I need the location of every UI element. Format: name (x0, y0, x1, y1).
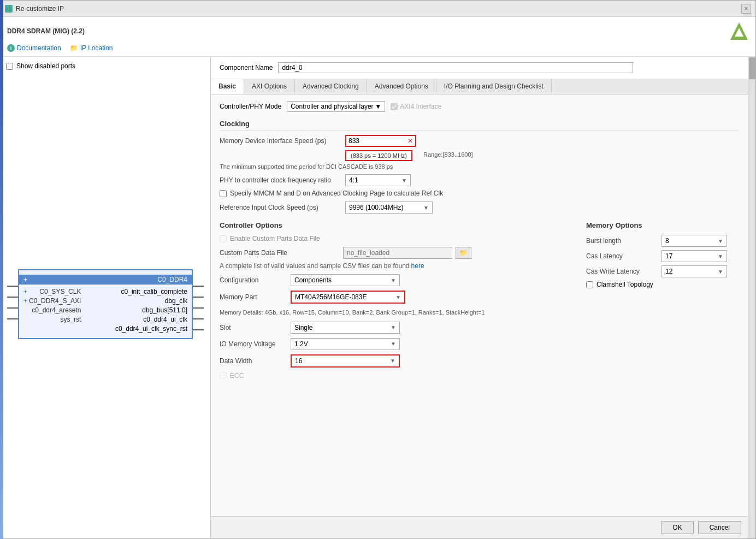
component-name-input[interactable] (278, 62, 633, 73)
memory-part-dropdown[interactable]: MT40A256M16GE-083E ▼ (291, 291, 405, 304)
ref-clock-value: 9996 (100.04MHz) (349, 204, 403, 211)
data-width-dropdown[interactable]: 16 ▼ (291, 354, 400, 368)
port-ui-clk-sync: c0_ddr4_ui_clk_sync_rst (115, 325, 187, 333)
cas-write-label: Cas Write Latency (586, 268, 657, 275)
port-init-calib: c0_init_calib_complete (121, 288, 187, 295)
close-button[interactable]: × (741, 4, 751, 14)
ip-location-text[interactable]: IP Location (80, 44, 113, 52)
port-c0-ddr4-s-axi: C0_DDR4_S_AXI (29, 297, 81, 305)
axi4-checkbox (391, 103, 398, 110)
config-row: Configuration Components ▼ (220, 274, 553, 286)
tab-basic[interactable]: Basic (211, 79, 244, 94)
data-width-value: 16 (295, 357, 302, 365)
controller-phy-row: Controller/PHY Mode Controller and physi… (220, 101, 739, 112)
controller-mode-dropdown[interactable]: Controller and physical layer ▼ (287, 101, 385, 112)
io-voltage-arrow: ▼ (391, 341, 396, 347)
titlebar-left: Re-customize IP (5, 5, 64, 13)
slot-dropdown[interactable]: Single ▼ (291, 322, 400, 334)
cas-write-row: Cas Write Latency 12 ▼ (586, 265, 739, 277)
tab-content: Controller/PHY Mode Controller and physi… (211, 94, 748, 516)
scrollbar[interactable] (748, 57, 755, 538)
port-ui-clk: c0_ddr4_ui_clk (143, 316, 187, 323)
memory-part-value: MT40A256M16GE-083E (295, 293, 367, 301)
controller-mode-arrow: ▼ (375, 103, 381, 110)
slot-value: Single (294, 324, 312, 331)
mem-speed-input[interactable] (346, 136, 405, 146)
port-c0-sys-clk: C0_SYS_CLK (39, 288, 81, 295)
main-content: Show disabled ports + (1, 57, 755, 538)
slot-label: Slot (220, 324, 285, 331)
ref-clock-row: Reference Input Clock Speed (ps) 9996 (1… (220, 202, 739, 214)
scroll-thumb[interactable] (749, 57, 755, 79)
tab-advanced-options[interactable]: Advanced Options (367, 79, 436, 94)
window-title: Re-customize IP (16, 5, 64, 13)
bottom-bar: OK Cancel (211, 516, 748, 538)
tab-io-planning[interactable]: I/O Planning and Design Checklist (436, 79, 552, 94)
axi4-label: AXI4 Interface (400, 103, 441, 110)
memory-options-title: Memory Options (586, 221, 739, 229)
phy-ratio-dropdown[interactable]: 4:1 ▼ (345, 174, 411, 186)
ip-location-link[interactable]: 📁 IP Location (70, 44, 113, 52)
ecc-label: ECC (230, 372, 244, 380)
csv-link[interactable]: here (411, 262, 424, 270)
mem-speed-clear[interactable]: ✕ (405, 136, 415, 146)
port-dbg-clk: dbg_clk (165, 297, 187, 305)
cas-write-dropdown[interactable]: 12 ▼ (662, 265, 727, 277)
memory-part-label: Memory Part (220, 293, 285, 301)
burst-value: 8 (665, 237, 669, 245)
show-disabled-label: Show disabled ports (16, 62, 75, 70)
memory-options-col: Memory Options Burst length 8 ▼ Cas Late… (586, 221, 739, 380)
cas-latency-value: 17 (665, 252, 672, 260)
ok-button[interactable]: OK (661, 521, 693, 534)
tabs-row: Basic AXI Options Advanced Clocking Adva… (211, 79, 748, 94)
app-title-text: DDR4 SDRAM (MIG) (2.2) (7, 27, 85, 35)
range-text: Range:[833..1600] (423, 150, 473, 161)
enable-custom-label: Enable Custom Parts Data File (230, 235, 320, 242)
documentation-link[interactable]: i Documentation (7, 44, 61, 52)
burst-row: Burst length 8 ▼ (586, 235, 739, 247)
memory-details: Memory Details: 4Gb, x16, Row=15, Column… (220, 308, 553, 317)
io-voltage-dropdown[interactable]: 1.2V ▼ (291, 338, 400, 350)
cas-latency-label: Cas Latency (586, 252, 657, 260)
info-icon: i (7, 44, 15, 52)
folder-icon: 📁 (70, 44, 78, 52)
config-dropdown[interactable]: Components ▼ (291, 274, 400, 286)
tab-axi[interactable]: AXI Options (244, 79, 295, 94)
diagram-title: C0_DDR4 (157, 276, 187, 283)
memory-part-row: Memory Part MT40A256M16GE-083E ▼ (220, 291, 553, 304)
controller-mode-label: Controller/PHY Mode (220, 103, 281, 110)
browse-file-button[interactable]: 📁 (456, 247, 471, 259)
cas-write-value: 12 (665, 268, 672, 275)
app-title-row: DDR4 SDRAM (MIG) (2.2) (7, 21, 749, 41)
clamshell-checkbox[interactable] (586, 281, 593, 288)
cancel-button[interactable]: Cancel (698, 521, 741, 534)
app-icon (5, 5, 13, 13)
cas-latency-dropdown[interactable]: 17 ▼ (662, 250, 727, 262)
enable-custom-row: Enable Custom Parts Data File (220, 235, 553, 242)
clamshell-row: Clamshell Topology (586, 281, 739, 288)
burst-dropdown[interactable]: 8 ▼ (662, 235, 727, 247)
doc-link-text[interactable]: Documentation (17, 44, 61, 52)
left-accent-bar (0, 0, 3, 539)
burst-label: Burst length (586, 237, 657, 245)
ref-clock-dropdown[interactable]: 9996 (100.04MHz) ▼ (345, 202, 433, 214)
ps-hint: (833 ps = 1200 MHz) (345, 150, 412, 161)
custom-file-label: Custom Parts Data File (220, 249, 340, 257)
port-aresetn: c0_ddr4_aresetn (32, 306, 81, 314)
show-disabled-checkbox[interactable] (6, 63, 13, 70)
data-width-arrow: ▼ (390, 358, 395, 364)
tab-advanced-clocking[interactable]: Advanced Clocking (295, 79, 367, 94)
enable-custom-checkbox (220, 235, 227, 242)
ecc-checkbox (220, 372, 227, 379)
show-disabled-row: Show disabled ports (6, 62, 205, 70)
dci-warning: The minimum supported time period for DC… (220, 163, 739, 170)
specify-mmcm-row: Specify MMCM M and D on Advanced Clockin… (220, 189, 739, 197)
csv-info-row: A complete list of valid values and samp… (220, 262, 553, 270)
custom-file-input (343, 247, 452, 259)
slot-arrow: ▼ (391, 324, 396, 330)
hint-row: (833 ps = 1200 MHz) Range:[833..1600] (220, 150, 739, 161)
mem-speed-input-wrapper: ✕ (345, 135, 416, 147)
right-panel: Component Name Basic AXI Options Advance… (211, 57, 748, 538)
config-arrow: ▼ (391, 277, 396, 283)
specify-mmcm-checkbox[interactable] (220, 190, 227, 197)
